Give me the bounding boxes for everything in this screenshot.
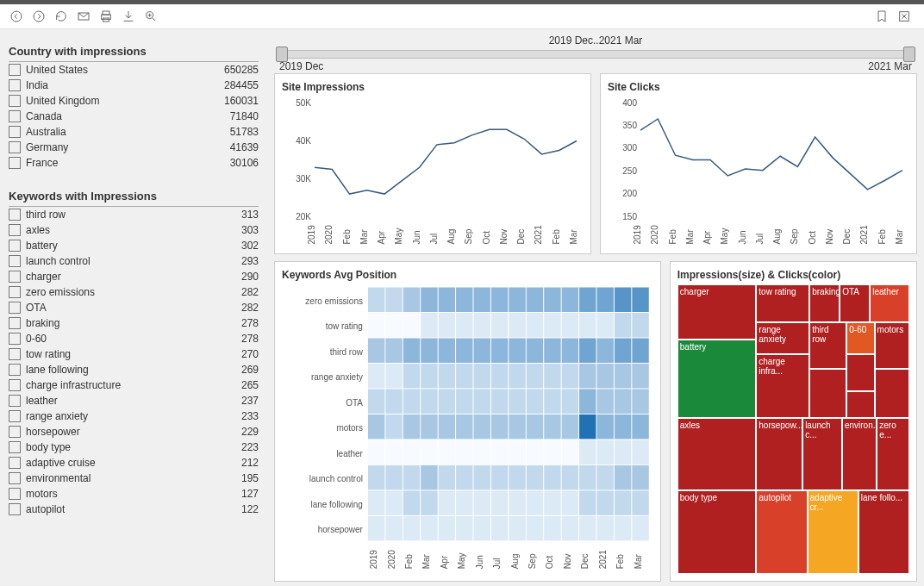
bookmark-icon[interactable] xyxy=(872,7,891,26)
treemap-cell[interactable] xyxy=(875,369,909,418)
checkbox[interactable] xyxy=(9,95,21,107)
checkbox[interactable] xyxy=(9,79,21,91)
country-item-row[interactable]: United Kingdom160031 xyxy=(9,93,259,109)
treemap-cell[interactable]: charger xyxy=(677,284,757,340)
treemap-cell[interactable]: tow rating xyxy=(756,284,809,322)
treemap-cell[interactable]: battery xyxy=(677,340,757,418)
time-range-slider[interactable]: 2019 Dec..2021 Mar 2019 Dec 2021 Mar xyxy=(274,34,917,66)
keyword-item-row[interactable]: autopilot122 xyxy=(9,502,259,517)
treemap-cell[interactable]: braking xyxy=(809,284,840,322)
slider-track[interactable] xyxy=(279,50,912,59)
checkbox[interactable] xyxy=(9,441,21,453)
treemap-cell[interactable]: charge infra... xyxy=(756,354,809,418)
checkbox[interactable] xyxy=(9,271,21,283)
treemap-cell[interactable] xyxy=(846,391,874,417)
keyword-item-row[interactable]: environmental195 xyxy=(9,471,259,486)
keyword-item-row[interactable]: 0-60278 xyxy=(9,331,259,346)
checkbox[interactable] xyxy=(9,157,21,169)
country-item-value: 71840 xyxy=(230,110,259,122)
keyword-item-row[interactable]: lane following269 xyxy=(9,362,259,377)
checkbox[interactable] xyxy=(9,503,21,515)
treemap-cell[interactable]: autopilot xyxy=(756,490,807,574)
keyword-item-row[interactable]: axles303 xyxy=(9,222,259,238)
forward-icon[interactable] xyxy=(29,7,48,26)
country-item-value: 650285 xyxy=(224,64,259,76)
keyword-item-row[interactable]: tow rating270 xyxy=(9,346,259,362)
keyword-item-row[interactable]: range anxiety233 xyxy=(9,408,259,424)
country-item-row[interactable]: Canada71840 xyxy=(9,109,259,124)
svg-rect-137 xyxy=(385,415,402,439)
checkbox[interactable] xyxy=(9,426,21,438)
keyword-item-row[interactable]: OTA282 xyxy=(9,300,259,315)
country-item-row[interactable]: Australia51783 xyxy=(9,124,259,140)
checkbox[interactable] xyxy=(9,64,21,76)
checkbox[interactable] xyxy=(9,110,21,122)
treemap-cell[interactable]: third row xyxy=(809,322,846,369)
treemap-cell[interactable]: adaptive cr... xyxy=(808,490,858,574)
keyword-item-row[interactable]: braking278 xyxy=(9,315,259,331)
checkbox[interactable] xyxy=(9,488,21,500)
checkbox[interactable] xyxy=(9,240,21,252)
checkbox[interactable] xyxy=(9,410,21,422)
zoom-icon[interactable] xyxy=(141,7,160,26)
treemap-cell[interactable]: axles xyxy=(677,418,757,490)
mail-icon[interactable] xyxy=(74,7,93,26)
svg-text:Sep: Sep xyxy=(464,228,473,244)
country-item-row[interactable]: India284455 xyxy=(9,78,259,93)
keyword-item-row[interactable]: launch control293 xyxy=(9,253,259,269)
svg-rect-53 xyxy=(403,288,420,312)
keyword-item-label: 0-60 xyxy=(26,333,241,345)
treemap-cell[interactable]: launch c... xyxy=(802,418,842,490)
checkbox[interactable] xyxy=(9,395,21,407)
keyword-item-row[interactable]: third row313 xyxy=(9,207,259,222)
treemap-cell[interactable]: range anxiety xyxy=(756,322,809,354)
keyword-item-row[interactable]: horsepower229 xyxy=(9,424,259,440)
checkbox[interactable] xyxy=(9,141,21,153)
checkbox[interactable] xyxy=(9,209,21,221)
checkbox[interactable] xyxy=(9,302,21,314)
treemap-cell[interactable]: leather xyxy=(870,284,909,322)
svg-rect-156 xyxy=(421,440,437,464)
country-item-row[interactable]: France30106 xyxy=(9,155,259,171)
checkbox[interactable] xyxy=(9,379,21,391)
checkbox[interactable] xyxy=(9,224,21,236)
checkbox[interactable] xyxy=(9,364,21,376)
keyword-item-value: 293 xyxy=(241,255,259,267)
close-icon[interactable] xyxy=(895,7,914,26)
country-item-row[interactable]: United States650285 xyxy=(9,62,259,78)
treemap-cell[interactable]: body type xyxy=(677,490,757,574)
treemap-cell[interactable]: motors xyxy=(875,322,909,369)
checkbox[interactable] xyxy=(9,472,21,484)
keyword-item-row[interactable]: body type223 xyxy=(9,440,259,455)
download-icon[interactable] xyxy=(119,7,138,26)
checkbox[interactable] xyxy=(9,317,21,329)
keyword-item-row[interactable]: zero emissions282 xyxy=(9,284,259,300)
keyword-item-row[interactable]: leather237 xyxy=(9,393,259,408)
checkbox[interactable] xyxy=(9,348,21,360)
treemap-cell[interactable]: horsepow... xyxy=(756,418,802,490)
keyword-item-row[interactable]: adaptive cruise212 xyxy=(9,455,259,471)
svg-text:Jul: Jul xyxy=(755,234,765,245)
treemap-cell[interactable]: OTA xyxy=(840,284,870,322)
back-icon[interactable] xyxy=(7,7,26,26)
checkbox[interactable] xyxy=(9,255,21,267)
keyword-item-value: 290 xyxy=(241,271,259,283)
treemap-cell[interactable]: environ... xyxy=(842,418,877,490)
checkbox[interactable] xyxy=(9,333,21,345)
checkbox[interactable] xyxy=(9,286,21,298)
country-item-row[interactable]: Germany41639 xyxy=(9,140,259,155)
keyword-item-row[interactable]: battery302 xyxy=(9,238,259,253)
treemap-cell[interactable]: 0-60 xyxy=(846,322,874,354)
keyword-item-row[interactable]: charger290 xyxy=(9,269,259,284)
checkbox[interactable] xyxy=(9,457,21,469)
checkbox[interactable] xyxy=(9,126,21,138)
treemap-cell[interactable] xyxy=(846,354,874,392)
print-icon[interactable] xyxy=(97,7,116,26)
treemap-cell[interactable] xyxy=(809,369,846,418)
keyword-item-row[interactable]: charge infrastructure265 xyxy=(9,377,259,393)
svg-text:OTA: OTA xyxy=(346,398,363,408)
treemap-cell[interactable]: lane follo... xyxy=(858,490,909,574)
refresh-icon[interactable] xyxy=(52,7,71,26)
treemap-cell[interactable]: zero e... xyxy=(877,418,909,490)
keyword-item-row[interactable]: motors127 xyxy=(9,486,259,502)
